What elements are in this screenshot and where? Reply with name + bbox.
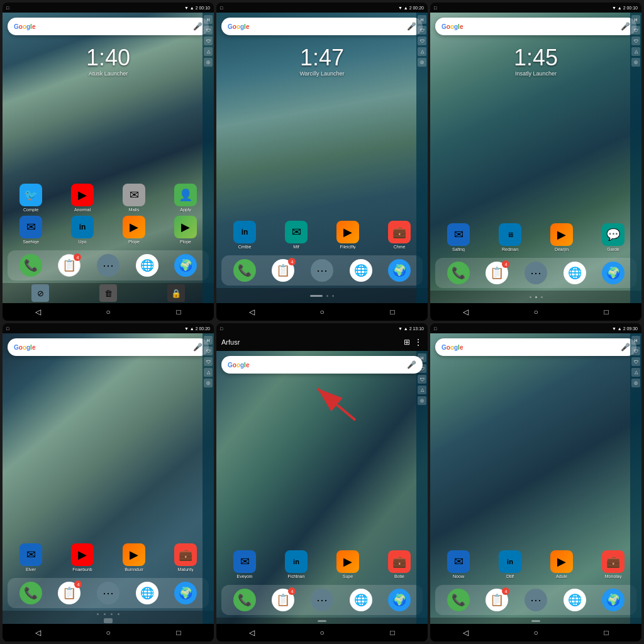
grid-icon[interactable]: ⊞: [404, 338, 410, 347]
dock-phone-2[interactable]: 📞: [233, 259, 256, 282]
nav-recents-3[interactable]: □: [599, 304, 614, 319]
nav-home-5[interactable]: ○: [314, 625, 330, 640]
mic-icon-1[interactable]: 🎤: [193, 22, 203, 31]
dock-chrome-5[interactable]: 🌐: [350, 589, 372, 611]
dock-notes-3[interactable]: 📋 4: [486, 262, 508, 284]
dock-phone-6[interactable]: 📞: [447, 589, 470, 611]
dock-notes-4[interactable]: 📋 4: [58, 582, 80, 604]
app-extra1[interactable]: ⊘: [31, 284, 49, 302]
google-bar-4[interactable]: Google 🎤: [8, 338, 209, 356]
dock-globe-3[interactable]: 🌍: [602, 262, 625, 284]
app-plope1[interactable]: ▶ Plope: [109, 216, 158, 244]
dock-dots-5[interactable]: ⋯: [311, 589, 333, 611]
app-buinnduir[interactable]: ▶ Buinnduir: [109, 543, 158, 572]
google-bar-1[interactable]: Google 🎤: [8, 18, 209, 35]
nav-recents-1[interactable]: □: [171, 304, 186, 319]
supe-icon: ▶: [336, 550, 359, 573]
dock-1: 📞 📋 4 ⋯ 🌐 🌍: [8, 250, 209, 280]
app-safing[interactable]: ✉ Safing: [434, 223, 483, 252]
app-supe[interactable]: ▶ Supe: [323, 550, 372, 579]
nav-recents-6[interactable]: □: [599, 625, 614, 640]
mic-icon-2[interactable]: 🎤: [407, 22, 416, 31]
clock-3: 1:45 Insatly Launcher: [430, 47, 641, 77]
google-bar-6[interactable]: Google 🎤: [435, 338, 636, 356]
dock-chrome-3[interactable]: 🌐: [564, 262, 586, 284]
app-dearjin[interactable]: ▶ Dearjin: [537, 223, 586, 252]
nav-back-1[interactable]: ◁: [30, 304, 45, 319]
app-dtilf[interactable]: in Dtilf: [486, 550, 535, 579]
app-adule[interactable]: ▶ Adule: [537, 550, 586, 579]
dock-phone-4[interactable]: 📞: [19, 582, 42, 604]
dock-dots-4[interactable]: ⋯: [97, 582, 119, 604]
dock-5: 📞 📋 4 ⋯ 🌐 🌍: [221, 585, 423, 615]
dock-dots-3[interactable]: ⋯: [525, 262, 547, 284]
app-cmtbe[interactable]: in Cmtbe: [220, 221, 269, 249]
google-bar-3[interactable]: Google 🎤: [435, 18, 636, 35]
nav-back-2[interactable]: ◁: [244, 304, 259, 319]
dock-phone-1[interactable]: 📞: [19, 254, 42, 277]
app-mlf[interactable]: ✉ Mlf: [272, 221, 321, 249]
app-noow[interactable]: ✉ Noow: [434, 550, 483, 579]
app-label-noow: Noow: [453, 574, 464, 579]
mic-icon-5[interactable]: 🎤: [407, 360, 416, 369]
app-saehige[interactable]: ✉ Saehige: [6, 216, 55, 244]
nav-home-1[interactable]: ○: [101, 304, 116, 319]
nav-back-6[interactable]: ◁: [458, 625, 473, 640]
app-extra2[interactable]: 🗑: [99, 284, 117, 302]
dock-4: 📞 📋 4 ⋯ 🌐 🌍: [8, 578, 209, 608]
app-grid-row2-1: ✉ Saehige in Upo ▶ Plope ▶ Plope: [3, 216, 214, 248]
dock-globe-2[interactable]: 🌍: [388, 259, 411, 282]
nav-recents-5[interactable]: □: [385, 625, 400, 640]
app-elver[interactable]: ✉ Elver: [6, 543, 55, 572]
app-mail[interactable]: ✉ Malis: [109, 184, 158, 212]
dock-globe-5[interactable]: 🌍: [388, 589, 411, 611]
mic-icon-3[interactable]: 🎤: [621, 22, 630, 31]
nav-back-4[interactable]: ◁: [30, 625, 45, 640]
dock-globe-4[interactable]: 🌍: [174, 582, 197, 604]
dock-dots-6[interactable]: ⋯: [525, 589, 547, 611]
nav-recents-4[interactable]: □: [171, 625, 186, 640]
google-bar-5[interactable]: Google 🎤: [221, 356, 423, 374]
dock-notes-6[interactable]: 📋 4: [486, 589, 508, 611]
nav-back-5[interactable]: ◁: [244, 625, 259, 640]
app-label-fileiclfly: Fileiclfly: [340, 245, 356, 249]
dock-notes-2[interactable]: 📋 4: [272, 259, 294, 282]
dock-chrome-4[interactable]: 🌐: [136, 582, 158, 604]
dock-chrome-6[interactable]: 🌐: [564, 589, 586, 611]
nav-recents-2[interactable]: □: [385, 304, 400, 319]
app-youtube[interactable]: ▶ Anormal: [58, 184, 107, 212]
google-logo-1: Google: [14, 23, 35, 30]
app-redinan[interactable]: 🖥 Redinan: [486, 223, 535, 252]
app-eveyoin[interactable]: ✉ Eveyoin: [220, 550, 269, 579]
google-bar-2[interactable]: Google 🎤: [221, 18, 423, 35]
nav-home-4[interactable]: ○: [101, 625, 116, 640]
dock-phone-3[interactable]: 📞: [447, 262, 470, 284]
app-fichtnan[interactable]: in Fichtnan: [272, 550, 321, 579]
dock-chrome-2[interactable]: 🌐: [350, 259, 372, 282]
dock-globe-1[interactable]: 🌍: [174, 254, 197, 277]
mic-icon-4[interactable]: 🎤: [193, 343, 203, 352]
dock-chrome-1[interactable]: 🌐: [136, 254, 158, 277]
app-fileiclfly[interactable]: ▶ Fileiclfly: [323, 221, 372, 249]
dock-dots-2[interactable]: ⋯: [311, 259, 333, 282]
screen-6: Google 🎤 ✉ Noow in Dtilf ▶ Adule: [430, 333, 641, 624]
app-fnaebunb[interactable]: ▶ Fnaebunb: [58, 543, 107, 572]
phone-1: □ ▼ ▲ 2 00:10 Google 🎤 1:40 Atusk Launch…: [3, 3, 214, 321]
dock-phone-5[interactable]: 📞: [233, 589, 256, 611]
app-upo[interactable]: in Upo: [58, 216, 107, 244]
mic-icon-6[interactable]: 🎤: [621, 343, 630, 352]
nav-home-6[interactable]: ○: [528, 625, 543, 640]
dock-dots-1[interactable]: ⋯: [97, 254, 119, 277]
dock-notes-5[interactable]: 📋 4: [272, 589, 294, 611]
app-twitter[interactable]: 🐦 Comple: [6, 184, 55, 212]
nav-home-3[interactable]: ○: [528, 304, 543, 319]
nav-back-3[interactable]: ◁: [458, 304, 473, 319]
app-extra3[interactable]: 🔒: [167, 284, 185, 302]
dock-globe-6[interactable]: 🌍: [602, 589, 625, 611]
fnaebunb-icon: ▶: [71, 543, 94, 566]
sidebar-icon-2-2: 🛡: [418, 26, 426, 35]
more-icon[interactable]: ⋮: [414, 337, 423, 347]
phone-5: □ ▼ ▲ 2 13:10 Arfusr ⊞ ⋮ Google 🎤: [216, 323, 428, 641]
dock-notes-1[interactable]: 📋 4: [58, 254, 80, 277]
nav-home-2[interactable]: ○: [314, 304, 330, 319]
